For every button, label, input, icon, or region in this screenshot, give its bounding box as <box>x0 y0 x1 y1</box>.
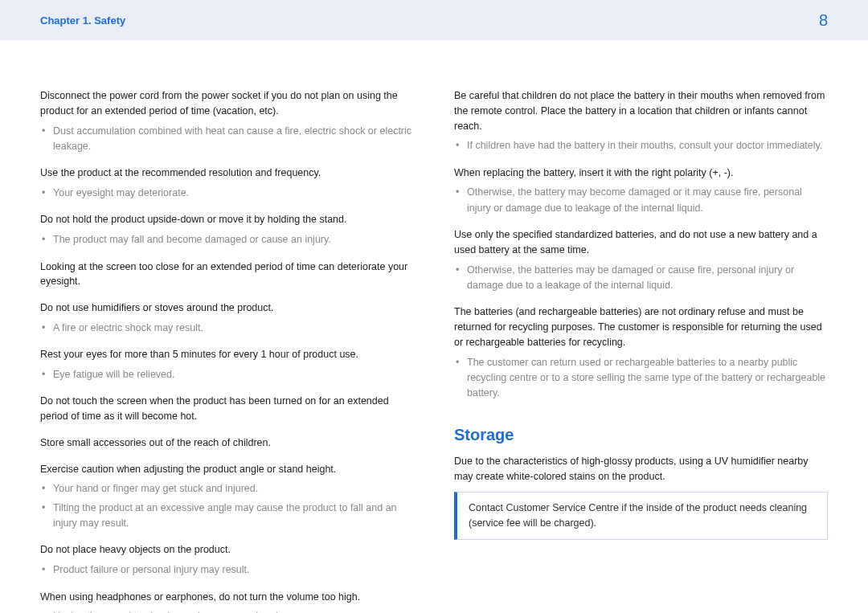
page-header: Chapter 1. Safety 8 <box>0 0 868 40</box>
safety-sublist: The customer can return used or recharge… <box>454 355 828 402</box>
safety-para: Use the product at the recommended resol… <box>40 166 414 181</box>
safety-para: Use only the specified standardized batt… <box>454 227 828 258</box>
safety-para: Store small accessories out of the reach… <box>40 435 414 451</box>
safety-sublist: Having the sound too loud may damage you… <box>40 609 414 613</box>
page-number: 8 <box>819 11 828 30</box>
safety-sublist: Product failure or personal injury may r… <box>40 562 414 578</box>
right-column: Be careful that children do not place th… <box>454 88 828 613</box>
safety-subitem: Your eyesight may deteriorate. <box>53 186 414 201</box>
safety-subitem: The product may fall and become damaged … <box>53 232 414 247</box>
safety-sublist: Otherwise, the battery may become damage… <box>454 185 828 216</box>
storage-heading: Storage <box>454 426 828 444</box>
safety-para: The batteries (and rechargeable batterie… <box>454 304 828 349</box>
safety-para: Rest your eyes for more than 5 minutes f… <box>40 347 414 362</box>
safety-subitem: The customer can return used or recharge… <box>467 355 828 402</box>
left-column: Disconnect the power cord from the power… <box>40 88 414 613</box>
safety-para: Exercise caution when adjusting the prod… <box>40 462 414 477</box>
note-box: Contact Customer Service Centre if the i… <box>454 492 828 540</box>
safety-para: When using headphones or earphones, do n… <box>40 590 414 605</box>
safety-para: Do not use humidifiers or stoves around … <box>40 300 414 316</box>
safety-sublist: The product may fall and become damaged … <box>40 232 414 247</box>
safety-para: Do not hold the product upside-down or m… <box>40 212 414 227</box>
safety-subitem: If children have had the battery in thei… <box>467 138 828 153</box>
safety-subitem: Otherwise, the batteries may be damaged … <box>467 263 828 294</box>
safety-subitem: Having the sound too loud may damage you… <box>53 609 414 613</box>
safety-para: Do not touch the screen when the product… <box>40 394 414 424</box>
safety-para: Be careful that children do not place th… <box>454 88 828 133</box>
safety-subitem: Dust accumulation combined with heat can… <box>53 124 414 155</box>
content-area: Disconnect the power cord from the power… <box>0 40 868 613</box>
safety-subitem: Your hand or finger may get stuck and in… <box>53 481 414 497</box>
safety-subitem: Tilting the product at an excessive angl… <box>53 501 414 532</box>
safety-sublist: If children have had the battery in thei… <box>454 138 828 153</box>
safety-subitem: Eye fatigue will be relieved. <box>53 367 414 382</box>
safety-sublist: Dust accumulation combined with heat can… <box>40 124 414 155</box>
safety-sublist: A fire or electric shock may result. <box>40 321 414 336</box>
safety-sublist: Your eyesight may deteriorate. <box>40 186 414 201</box>
safety-sublist: Eye fatigue will be relieved. <box>40 367 414 382</box>
safety-subitem: Product failure or personal injury may r… <box>53 562 414 578</box>
safety-para: Looking at the screen too close for an e… <box>40 260 414 290</box>
safety-subitem: A fire or electric shock may result. <box>53 321 414 336</box>
safety-sublist: Otherwise, the batteries may be damaged … <box>454 263 828 294</box>
safety-subitem: Otherwise, the battery may become damage… <box>467 185 828 216</box>
storage-para: Due to the characteristics of high-gloss… <box>454 454 828 484</box>
safety-para: When replacing the battery, insert it wi… <box>454 166 828 181</box>
safety-para: Disconnect the power cord from the power… <box>40 88 414 119</box>
safety-para: Do not place heavy objects on the produc… <box>40 542 414 558</box>
safety-sublist: Your hand or finger may get stuck and in… <box>40 481 414 531</box>
chapter-title: Chapter 1. Safety <box>40 14 125 27</box>
